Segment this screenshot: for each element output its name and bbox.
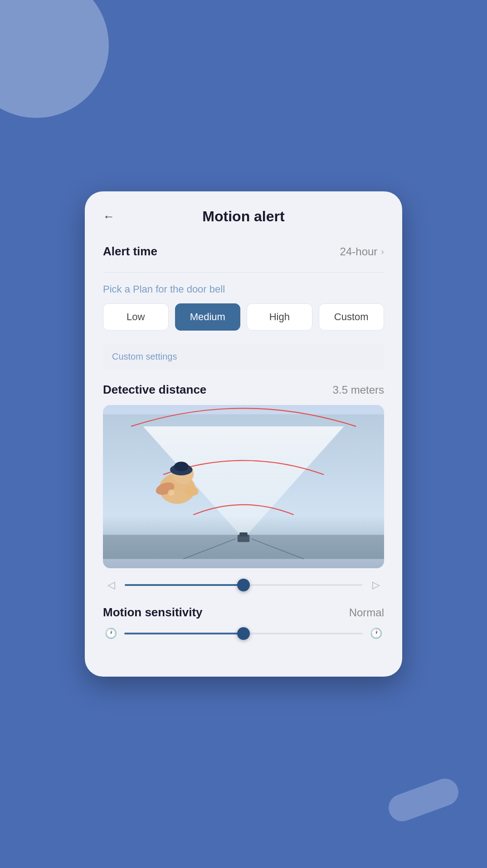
sensitivity-slider-thumb[interactable] bbox=[237, 627, 250, 640]
header: ← Motion alert bbox=[103, 210, 384, 224]
detective-title: Detective distance bbox=[103, 383, 206, 397]
detective-row: Detective distance 3.5 meters bbox=[103, 383, 384, 397]
volume-low-icon: ◁ bbox=[105, 579, 117, 591]
svg-point-13 bbox=[168, 489, 174, 496]
sensitivity-slider-row: 🕐 🕐 bbox=[103, 628, 384, 639]
volume-high-icon: ▷ bbox=[370, 579, 382, 591]
custom-settings-text: Custom settings bbox=[112, 351, 177, 361]
bg-decoration-circle bbox=[0, 0, 109, 118]
sensitivity-row: Motion sensitivity Normal bbox=[103, 605, 384, 619]
chevron-right-icon: › bbox=[381, 246, 384, 257]
sensitivity-section: Motion sensitivity Normal 🕐 🕐 bbox=[103, 605, 384, 639]
plan-btn-low[interactable]: Low bbox=[103, 303, 169, 331]
svg-point-10 bbox=[174, 462, 189, 471]
radar-container bbox=[103, 405, 384, 568]
back-button[interactable]: ← bbox=[103, 210, 115, 224]
detective-section: Detective distance 3.5 meters bbox=[103, 383, 384, 591]
divider-1 bbox=[103, 272, 384, 273]
plan-buttons: Low Medium High Custom bbox=[103, 303, 384, 331]
plan-btn-high[interactable]: High bbox=[247, 303, 312, 331]
svg-rect-6 bbox=[239, 532, 248, 536]
detective-slider-thumb[interactable] bbox=[237, 579, 250, 591]
alert-time-value: 24-hour › bbox=[340, 245, 384, 258]
alert-time-row[interactable]: Alert time 24-hour › bbox=[103, 240, 384, 263]
bg-decoration-pill bbox=[385, 775, 463, 825]
detective-slider[interactable] bbox=[125, 584, 362, 586]
page-title: Motion alert bbox=[202, 208, 284, 225]
sensitivity-value: Normal bbox=[349, 606, 384, 619]
sensitivity-title: Motion sensitivity bbox=[103, 605, 203, 619]
sensitivity-slider-fill bbox=[124, 633, 244, 634]
sensitivity-slider[interactable] bbox=[124, 633, 363, 634]
clock-high-icon: 🕐 bbox=[370, 628, 382, 639]
plan-label: Pick a Plan for the door bell bbox=[103, 283, 384, 295]
alert-time-text: 24-hour bbox=[340, 245, 378, 258]
custom-settings-bar: Custom settings bbox=[103, 343, 384, 370]
detective-value: 3.5 meters bbox=[333, 384, 384, 396]
detective-slider-row: ◁ ▷ bbox=[103, 579, 384, 591]
radar-svg bbox=[103, 405, 384, 568]
plan-btn-custom[interactable]: Custom bbox=[319, 303, 385, 331]
main-card: ← Motion alert Alert time 24-hour › Pick… bbox=[85, 191, 402, 677]
detective-slider-fill bbox=[125, 584, 244, 586]
clock-low-icon: 🕐 bbox=[105, 628, 117, 639]
plan-btn-medium[interactable]: Medium bbox=[175, 303, 241, 331]
alert-time-label: Alert time bbox=[103, 244, 157, 258]
